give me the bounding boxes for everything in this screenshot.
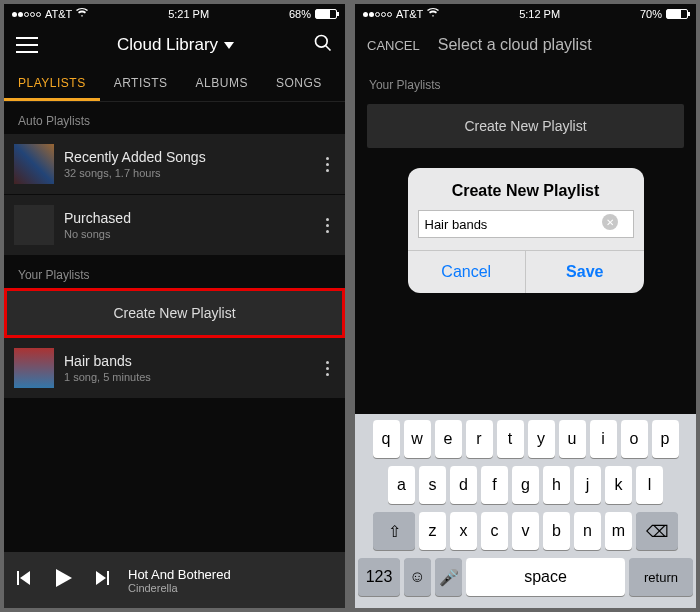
cancel-button[interactable]: CANCEL xyxy=(367,38,420,53)
svg-point-0 xyxy=(315,36,327,48)
svg-rect-5 xyxy=(107,571,109,585)
keyboard: qwertyuiop asdfghjkl ⇧ zxcvbnm ⌫ 123 ☺ 🎤… xyxy=(355,414,696,608)
keyboard-row: ⇧ zxcvbnm ⌫ xyxy=(358,512,693,550)
carrier-label: AT&T xyxy=(396,8,423,20)
album-art xyxy=(14,205,54,245)
search-icon[interactable] xyxy=(313,33,333,57)
create-playlist-button[interactable]: Create New Playlist xyxy=(4,288,345,338)
keyboard-row: 123 ☺ 🎤 space return xyxy=(358,558,693,596)
svg-marker-4 xyxy=(56,569,72,587)
tab-playlists[interactable]: PLAYLISTS xyxy=(4,66,100,101)
dialog-save-button[interactable]: Save xyxy=(525,251,644,293)
clock: 5:12 PM xyxy=(519,8,560,20)
key-a[interactable]: a xyxy=(388,466,415,504)
tab-artists[interactable]: ARTISTS xyxy=(100,66,182,101)
emoji-key[interactable]: ☺ xyxy=(404,558,431,596)
key-c[interactable]: c xyxy=(481,512,508,550)
numbers-key[interactable]: 123 xyxy=(358,558,400,596)
key-w[interactable]: w xyxy=(404,420,431,458)
key-n[interactable]: n xyxy=(574,512,601,550)
key-z[interactable]: z xyxy=(419,512,446,550)
backspace-key[interactable]: ⌫ xyxy=(636,512,678,550)
playlist-subtitle: No songs xyxy=(64,228,309,240)
key-f[interactable]: f xyxy=(481,466,508,504)
track-title: Hot And Bothered xyxy=(128,567,231,582)
more-icon[interactable] xyxy=(319,218,335,233)
key-s[interactable]: s xyxy=(419,466,446,504)
list-item[interactable]: Purchased No songs xyxy=(4,195,345,256)
key-p[interactable]: p xyxy=(652,420,679,458)
status-bar: AT&T 5:21 PM 68% xyxy=(4,4,345,24)
prev-icon[interactable] xyxy=(16,569,34,591)
playlist-title: Purchased xyxy=(64,210,309,226)
page-title: Cloud Library xyxy=(117,35,218,55)
your-playlists-label: Your Playlists xyxy=(355,66,696,98)
carrier-label: AT&T xyxy=(45,8,72,20)
list-item[interactable]: Recently Added Songs 32 songs, 1.7 hours xyxy=(4,134,345,195)
album-art xyxy=(14,144,54,184)
key-u[interactable]: u xyxy=(559,420,586,458)
keyboard-row: qwertyuiop xyxy=(358,420,693,458)
key-v[interactable]: v xyxy=(512,512,539,550)
auto-playlists-label: Auto Playlists xyxy=(4,102,345,134)
page-title-dropdown[interactable]: Cloud Library xyxy=(117,35,234,55)
track-artist: Cinderella xyxy=(128,582,231,594)
key-h[interactable]: h xyxy=(543,466,570,504)
keyboard-row: asdfghjkl xyxy=(358,466,693,504)
key-d[interactable]: d xyxy=(450,466,477,504)
wifi-icon xyxy=(427,8,439,20)
key-g[interactable]: g xyxy=(512,466,539,504)
next-icon[interactable] xyxy=(92,569,110,591)
create-playlist-dialog: Create New Playlist Cancel Save xyxy=(408,168,644,293)
create-playlist-button[interactable]: Create New Playlist xyxy=(367,104,684,148)
your-playlists-label: Your Playlists xyxy=(4,256,345,288)
clock: 5:21 PM xyxy=(168,8,209,20)
playlist-subtitle: 32 songs, 1.7 hours xyxy=(64,167,309,179)
mic-key[interactable]: 🎤 xyxy=(435,558,462,596)
battery-icon xyxy=(315,9,337,19)
wifi-icon xyxy=(76,8,88,20)
key-r[interactable]: r xyxy=(466,420,493,458)
key-o[interactable]: o xyxy=(621,420,648,458)
tab-albums[interactable]: ALBUMS xyxy=(182,66,262,101)
dialog-cancel-button[interactable]: Cancel xyxy=(408,251,526,293)
key-k[interactable]: k xyxy=(605,466,632,504)
svg-marker-3 xyxy=(20,571,30,585)
svg-marker-6 xyxy=(96,571,106,585)
chevron-down-icon xyxy=(224,42,234,49)
key-q[interactable]: q xyxy=(373,420,400,458)
signal-dots xyxy=(12,12,41,17)
tab-bar: PLAYLISTS ARTISTS ALBUMS SONGS xyxy=(4,66,345,102)
key-i[interactable]: i xyxy=(590,420,617,458)
key-l[interactable]: l xyxy=(636,466,663,504)
space-key[interactable]: space xyxy=(466,558,625,596)
battery-pct: 68% xyxy=(289,8,311,20)
status-bar: AT&T 5:12 PM 70% xyxy=(355,4,696,24)
more-icon[interactable] xyxy=(319,157,335,172)
key-y[interactable]: y xyxy=(528,420,555,458)
key-m[interactable]: m xyxy=(605,512,632,550)
battery-pct: 70% xyxy=(640,8,662,20)
shift-key[interactable]: ⇧ xyxy=(373,512,415,550)
tab-songs[interactable]: SONGS xyxy=(262,66,336,101)
key-x[interactable]: x xyxy=(450,512,477,550)
return-key[interactable]: return xyxy=(629,558,693,596)
clear-input-icon[interactable] xyxy=(602,210,622,238)
key-t[interactable]: t xyxy=(497,420,524,458)
svg-line-1 xyxy=(325,46,330,51)
album-art xyxy=(14,348,54,388)
nav-bar: Cloud Library xyxy=(4,24,345,66)
nav-bar: CANCEL Select a cloud playlist xyxy=(355,24,696,66)
svg-rect-2 xyxy=(17,571,19,585)
playlist-subtitle: 1 song, 5 minutes xyxy=(64,371,309,383)
key-j[interactable]: j xyxy=(574,466,601,504)
more-icon[interactable] xyxy=(319,361,335,376)
play-icon[interactable] xyxy=(52,567,74,593)
battery-icon xyxy=(666,9,688,19)
key-b[interactable]: b xyxy=(543,512,570,550)
key-e[interactable]: e xyxy=(435,420,462,458)
now-playing-bar[interactable]: Hot And Bothered Cinderella xyxy=(4,552,345,608)
list-item[interactable]: Hair bands 1 song, 5 minutes xyxy=(4,338,345,399)
playlist-title: Hair bands xyxy=(64,353,309,369)
menu-icon[interactable] xyxy=(16,37,38,53)
